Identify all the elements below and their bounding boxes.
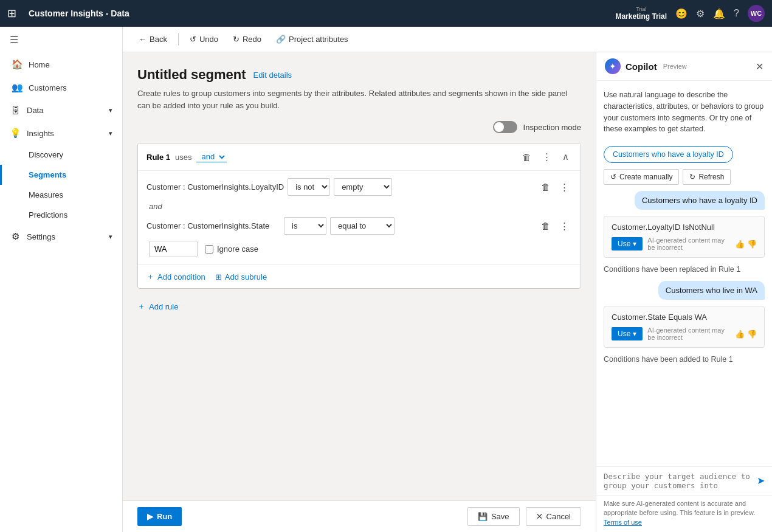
sidebar-item-settings[interactable]: ⚙ Settings ▾ [0,225,122,248]
settings-icon[interactable]: ⚙ [696,8,705,19]
condition-attribute-1: Customer : CustomerInsights.LoyaltyID [146,182,284,192]
refresh-label: Refresh [698,173,724,181]
discovery-label: Discovery [29,150,63,159]
back-icon: ← [139,35,146,44]
condition-delete-button-2[interactable]: 🗑 [538,219,553,233]
ignore-case-row: Ignore case [205,244,258,254]
sidebar-item-home[interactable]: 🏠 Home [0,53,122,76]
condition-value-1[interactable]: empty not empty [334,178,392,196]
back-button[interactable]: ← Back [133,32,173,47]
condition-operator-1[interactable]: is not is [288,178,330,196]
insights-expand-icon: ▾ [109,130,112,137]
chat-user-msg-2: Customers who live in WA [658,281,765,300]
redo-button[interactable]: ↻ Redo [227,32,267,47]
copilot-header: ✦ Copilot Preview ✕ [596,52,772,81]
rule-uses-label: uses [175,153,191,162]
undo-icon: ↺ [190,35,196,44]
save-button[interactable]: 💾 Save [467,507,520,526]
thumbs-up-button-2[interactable]: 👍 [735,330,745,339]
copilot-send-button[interactable]: ➤ [757,475,765,486]
create-manually-icon: ↺ [610,173,616,181]
data-icon: 🗄 [10,105,21,116]
create-manually-label: Create manually [619,173,672,181]
thumbs-down-button-2[interactable]: 👎 [747,330,757,339]
terms-of-use-link[interactable]: Terms of use [604,519,642,526]
use-chevron-icon-2: ▾ [633,330,636,338]
refresh-button[interactable]: ↻ Refresh [683,169,731,185]
sidebar-item-label: Settings [27,232,55,241]
main-layout: ☰ 🏠 Home 👥 Customers 🗄 Data ▾ 💡 Insights… [0,27,772,532]
customers-icon: 👥 [12,82,22,93]
rule-footer: ＋ Add condition ⊞ Add subrule [138,264,581,288]
sidebar-item-segments[interactable]: Segments [0,165,122,185]
copilot-input[interactable] [604,472,753,490]
thumbs-down-button-1[interactable]: 👎 [747,240,757,249]
create-manually-button[interactable]: ↺ Create manually [604,169,679,185]
copilot-close-button[interactable]: ✕ [756,61,763,72]
copilot-title: Copilot [626,61,657,72]
rule-more-button[interactable]: ⋮ [539,150,554,164]
add-subrule-icon: ⊞ [215,272,222,282]
rule-title: Rule 1 [146,153,170,162]
top-nav: ⊞ Customer Insights - Data Trial Marketi… [0,0,772,27]
copilot-status-msg-1: Conditions have been replaced in Rule 1 [604,264,765,275]
condition-delete-button-1[interactable]: 🗑 [538,180,553,195]
undo-button[interactable]: ↺ Undo [184,32,224,47]
sidebar-item-measures[interactable]: Measures [0,185,122,205]
help-icon[interactable]: ? [734,8,739,19]
rule-operator-select[interactable]: and or [196,151,227,162]
condition-operator-2[interactable]: is is not [284,217,326,235]
copilot-panel: ✦ Copilot Preview ✕ Use natural language… [596,52,772,532]
suggestion-code-2: Customer.State Equals WA [612,313,757,322]
run-icon: ▶ [147,512,153,521]
ignore-case-checkbox[interactable] [205,245,213,254]
notification-icon[interactable]: 🔔 [713,8,725,19]
measures-label: Measures [29,190,63,199]
use-button-2[interactable]: Use ▾ [612,327,643,340]
rule-collapse-button[interactable]: ∧ [559,150,572,164]
sidebar-item-discovery[interactable]: Discovery [0,145,122,165]
sidebar-item-label: Home [29,60,50,69]
condition-row-1: Customer : CustomerInsights.LoyaltyID is… [146,178,572,196]
sidebar-item-insights[interactable]: 💡 Insights ▾ [0,122,122,145]
grid-icon[interactable]: ⊞ [7,7,16,20]
suggestion-actions-1: Use ▾ AI-generated content may be incorr… [612,237,757,251]
thumbs-up-button-1[interactable]: 👍 [735,240,745,249]
run-button[interactable]: ▶ Run [137,507,182,526]
sidebar-item-predictions[interactable]: Predictions [0,205,122,225]
avatar[interactable]: WC [748,5,765,22]
add-rule-button[interactable]: ＋ Add rule [137,299,178,314]
settings-expand-icon: ▾ [109,233,112,241]
condition-more-button-1[interactable]: ⋮ [557,180,572,195]
copilot-suggestion-card-1: Customer.LoyaltyID IsNotNull Use ▾ AI-ge… [604,216,765,258]
condition-value-input[interactable] [149,241,198,257]
use-button-1[interactable]: Use ▾ [612,237,643,250]
cancel-button[interactable]: ✕ Cancel [526,507,581,526]
add-subrule-button[interactable]: ⊞ Add subrule [215,272,267,282]
edit-details-link[interactable]: Edit details [253,71,292,80]
sidebar-item-label: Customers [29,83,67,92]
emoji-icon[interactable]: 😊 [675,8,688,19]
app-title: Customer Insights - Data [29,9,608,18]
copilot-initial-suggestion[interactable]: Customers who have a loyalty ID [604,146,733,163]
home-icon: 🏠 [12,59,22,70]
condition-value-type-2[interactable]: equal to not equal to [330,217,395,235]
settings-icon: ⚙ [10,231,21,242]
add-condition-button[interactable]: ＋ Add condition [146,271,205,282]
inspection-mode-toggle[interactable] [493,121,517,133]
condition-more-button-2[interactable]: ⋮ [557,219,572,233]
toolbar-separator [178,33,179,46]
rule-delete-button[interactable]: 🗑 [519,150,534,164]
toggle-knob [494,122,504,132]
sidebar-menu-icon[interactable]: ☰ [0,27,122,53]
sidebar-item-customers[interactable]: 👥 Customers [0,76,122,99]
rule-header-actions: 🗑 ⋮ ∧ [519,150,572,164]
rule-box: Rule 1 uses and or 🗑 ⋮ ∧ [137,143,581,289]
project-attributes-button[interactable]: 🔗 Project attributes [270,32,354,47]
condition-actions-2: 🗑 ⋮ [538,219,572,233]
refresh-icon: ↻ [689,173,695,181]
page-title-row: Untitled segment Edit details [137,67,581,83]
ignore-case-label: Ignore case [217,244,258,254]
sidebar-item-data[interactable]: 🗄 Data ▾ [0,99,122,122]
feedback-icons-1: 👍 👎 [735,240,757,249]
